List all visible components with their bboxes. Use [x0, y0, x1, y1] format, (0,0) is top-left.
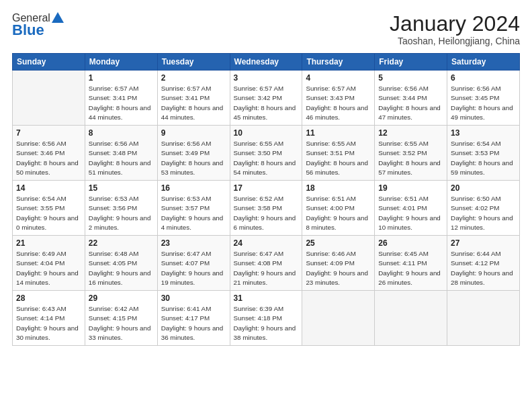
calendar-day-header: Thursday	[302, 54, 375, 71]
calendar-day-cell: 10Sunrise: 6:55 AMSunset: 3:50 PMDayligh…	[230, 126, 302, 181]
calendar-day-cell: 14Sunrise: 6:54 AMSunset: 3:55 PMDayligh…	[13, 181, 85, 236]
page: General Blue January 2024 Taoshan, Heilo…	[0, 0, 532, 411]
day-info: Sunrise: 6:45 AMSunset: 4:11 PMDaylight:…	[378, 249, 443, 287]
calendar: SundayMondayTuesdayWednesdayThursdayFrid…	[12, 53, 520, 346]
day-info: Sunrise: 6:57 AMSunset: 3:41 PMDaylight:…	[89, 84, 154, 122]
day-number: 2	[161, 73, 226, 83]
calendar-day-cell: 25Sunrise: 6:46 AMSunset: 4:09 PMDayligh…	[302, 236, 375, 291]
day-info: Sunrise: 6:53 AMSunset: 3:56 PMDaylight:…	[89, 194, 154, 232]
calendar-day-cell: 17Sunrise: 6:52 AMSunset: 3:58 PMDayligh…	[230, 181, 302, 236]
day-info: Sunrise: 6:41 AMSunset: 4:17 PMDaylight:…	[161, 304, 226, 342]
calendar-day-cell: 11Sunrise: 6:55 AMSunset: 3:51 PMDayligh…	[302, 126, 375, 181]
day-number: 16	[161, 183, 226, 193]
day-info: Sunrise: 6:53 AMSunset: 3:57 PMDaylight:…	[161, 194, 226, 232]
day-info: Sunrise: 6:49 AMSunset: 4:04 PMDaylight:…	[16, 249, 81, 287]
day-info: Sunrise: 6:46 AMSunset: 4:09 PMDaylight:…	[306, 249, 371, 287]
day-number: 13	[451, 128, 516, 138]
logo-triangle-icon	[52, 11, 64, 23]
calendar-day-cell: 1Sunrise: 6:57 AMSunset: 3:41 PMDaylight…	[85, 71, 157, 126]
calendar-day-cell: 12Sunrise: 6:55 AMSunset: 3:52 PMDayligh…	[375, 126, 447, 181]
day-number: 7	[16, 128, 81, 138]
calendar-day-cell: 22Sunrise: 6:48 AMSunset: 4:05 PMDayligh…	[85, 236, 157, 291]
day-info: Sunrise: 6:44 AMSunset: 4:12 PMDaylight:…	[451, 249, 516, 287]
calendar-day-cell	[447, 291, 520, 346]
day-info: Sunrise: 6:50 AMSunset: 4:02 PMDaylight:…	[451, 194, 516, 232]
calendar-day-cell: 31Sunrise: 6:39 AMSunset: 4:18 PMDayligh…	[230, 291, 302, 346]
day-number: 24	[234, 238, 299, 248]
calendar-week-row: 1Sunrise: 6:57 AMSunset: 3:41 PMDaylight…	[13, 71, 520, 126]
day-info: Sunrise: 6:56 AMSunset: 3:48 PMDaylight:…	[89, 139, 154, 177]
calendar-day-cell	[13, 71, 85, 126]
calendar-day-cell: 21Sunrise: 6:49 AMSunset: 4:04 PMDayligh…	[13, 236, 85, 291]
day-info: Sunrise: 6:55 AMSunset: 3:52 PMDaylight:…	[378, 139, 443, 177]
calendar-week-row: 14Sunrise: 6:54 AMSunset: 3:55 PMDayligh…	[13, 181, 520, 236]
logo: General Blue	[12, 12, 64, 39]
day-number: 18	[306, 183, 371, 193]
calendar-day-cell: 23Sunrise: 6:47 AMSunset: 4:07 PMDayligh…	[157, 236, 230, 291]
day-info: Sunrise: 6:55 AMSunset: 3:51 PMDaylight:…	[306, 139, 371, 177]
day-number: 20	[451, 183, 516, 193]
day-info: Sunrise: 6:51 AMSunset: 4:01 PMDaylight:…	[378, 194, 443, 232]
day-info: Sunrise: 6:39 AMSunset: 4:18 PMDaylight:…	[234, 304, 299, 342]
day-number: 22	[89, 238, 154, 248]
calendar-day-header: Monday	[85, 54, 157, 71]
svg-marker-0	[52, 12, 64, 23]
calendar-day-cell: 30Sunrise: 6:41 AMSunset: 4:17 PMDayligh…	[157, 291, 230, 346]
calendar-day-header: Saturday	[447, 54, 520, 71]
calendar-day-cell: 28Sunrise: 6:43 AMSunset: 4:14 PMDayligh…	[13, 291, 85, 346]
day-number: 28	[16, 293, 81, 303]
day-number: 3	[234, 73, 299, 83]
calendar-day-header: Friday	[375, 54, 447, 71]
day-number: 26	[378, 238, 443, 248]
day-info: Sunrise: 6:47 AMSunset: 4:08 PMDaylight:…	[234, 249, 299, 287]
day-info: Sunrise: 6:43 AMSunset: 4:14 PMDaylight:…	[16, 304, 81, 342]
header-right: January 2024 Taoshan, Heilongjiang, Chin…	[390, 12, 520, 46]
day-number: 29	[89, 293, 154, 303]
day-number: 19	[378, 183, 443, 193]
day-number: 21	[16, 238, 81, 248]
day-number: 17	[234, 183, 299, 193]
calendar-day-cell: 19Sunrise: 6:51 AMSunset: 4:01 PMDayligh…	[375, 181, 447, 236]
day-number: 5	[378, 73, 443, 83]
calendar-week-row: 7Sunrise: 6:56 AMSunset: 3:46 PMDaylight…	[13, 126, 520, 181]
day-number: 25	[306, 238, 371, 248]
calendar-day-cell: 16Sunrise: 6:53 AMSunset: 3:57 PMDayligh…	[157, 181, 230, 236]
day-number: 23	[161, 238, 226, 248]
day-number: 1	[89, 73, 154, 83]
day-number: 31	[234, 293, 299, 303]
month-year: January 2024	[390, 12, 520, 36]
calendar-day-cell: 27Sunrise: 6:44 AMSunset: 4:12 PMDayligh…	[447, 236, 520, 291]
day-number: 6	[451, 73, 516, 83]
calendar-day-cell: 5Sunrise: 6:56 AMSunset: 3:44 PMDaylight…	[375, 71, 447, 126]
day-number: 14	[16, 183, 81, 193]
calendar-day-cell: 2Sunrise: 6:57 AMSunset: 3:41 PMDaylight…	[157, 71, 230, 126]
calendar-day-cell: 18Sunrise: 6:51 AMSunset: 4:00 PMDayligh…	[302, 181, 375, 236]
calendar-day-header: Wednesday	[230, 54, 302, 71]
day-info: Sunrise: 6:56 AMSunset: 3:46 PMDaylight:…	[16, 139, 81, 177]
day-info: Sunrise: 6:54 AMSunset: 3:55 PMDaylight:…	[16, 194, 81, 232]
day-info: Sunrise: 6:55 AMSunset: 3:50 PMDaylight:…	[234, 139, 299, 177]
calendar-week-row: 21Sunrise: 6:49 AMSunset: 4:04 PMDayligh…	[13, 236, 520, 291]
day-number: 27	[451, 238, 516, 248]
logo-blue-text: Blue	[12, 21, 44, 39]
day-info: Sunrise: 6:56 AMSunset: 3:44 PMDaylight:…	[378, 84, 443, 122]
calendar-day-cell: 20Sunrise: 6:50 AMSunset: 4:02 PMDayligh…	[447, 181, 520, 236]
calendar-day-cell: 7Sunrise: 6:56 AMSunset: 3:46 PMDaylight…	[13, 126, 85, 181]
day-info: Sunrise: 6:54 AMSunset: 3:53 PMDaylight:…	[451, 139, 516, 177]
day-info: Sunrise: 6:51 AMSunset: 4:00 PMDaylight:…	[306, 194, 371, 232]
calendar-day-cell: 26Sunrise: 6:45 AMSunset: 4:11 PMDayligh…	[375, 236, 447, 291]
day-number: 12	[378, 128, 443, 138]
day-info: Sunrise: 6:42 AMSunset: 4:15 PMDaylight:…	[89, 304, 154, 342]
calendar-day-header: Sunday	[13, 54, 85, 71]
calendar-header-row: SundayMondayTuesdayWednesdayThursdayFrid…	[13, 54, 520, 71]
calendar-day-cell: 4Sunrise: 6:57 AMSunset: 3:43 PMDaylight…	[302, 71, 375, 126]
day-info: Sunrise: 6:56 AMSunset: 3:49 PMDaylight:…	[161, 139, 226, 177]
day-number: 11	[306, 128, 371, 138]
calendar-day-cell: 13Sunrise: 6:54 AMSunset: 3:53 PMDayligh…	[447, 126, 520, 181]
calendar-day-header: Tuesday	[157, 54, 230, 71]
calendar-day-cell: 8Sunrise: 6:56 AMSunset: 3:48 PMDaylight…	[85, 126, 157, 181]
location: Taoshan, Heilongjiang, China	[390, 36, 520, 46]
calendar-day-cell: 9Sunrise: 6:56 AMSunset: 3:49 PMDaylight…	[157, 126, 230, 181]
day-number: 30	[161, 293, 226, 303]
day-number: 9	[161, 128, 226, 138]
